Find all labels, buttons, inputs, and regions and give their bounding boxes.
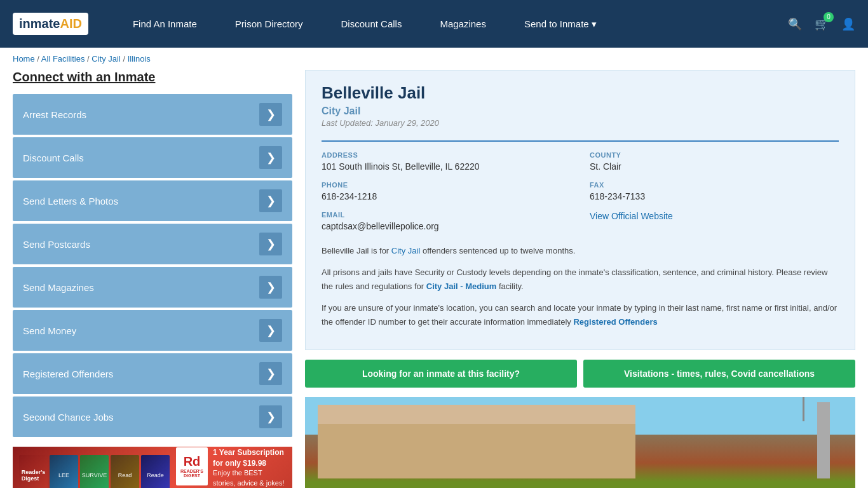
facility-image: [305, 397, 855, 488]
breadcrumb-illinois[interactable]: Illinois: [128, 54, 151, 64]
website-block: View Official Website: [590, 211, 839, 231]
sidebar: Connect with an Inmate Arrest Records ❯ …: [13, 70, 292, 488]
cart-icon[interactable]: 🛒 0: [815, 17, 829, 31]
user-icon[interactable]: 👤: [841, 17, 855, 31]
city-jail-medium-link[interactable]: City Jail - Medium: [426, 281, 497, 291]
arrow-icon: ❯: [259, 405, 282, 428]
fax-block: FAX 618-234-7133: [590, 181, 839, 201]
sidebar-item-discount-calls[interactable]: Discount Calls ❯: [13, 137, 292, 178]
arrow-icon: ❯: [259, 189, 282, 212]
email-block: EMAIL captdsax@bellevillepolice.org: [322, 211, 571, 231]
sidebar-menu: Arrest Records ❯ Discount Calls ❯ Send L…: [13, 94, 292, 437]
ad-covers: Reader'sDigest LEE SURVIVE Read Reade: [19, 455, 170, 489]
logo-area: inmateAID: [13, 13, 88, 35]
content-panel: Belleville Jail City Jail Last Updated: …: [305, 70, 855, 488]
nav-right: 🔍 🛒 0 👤: [788, 17, 855, 31]
facility-name: Belleville Jail: [322, 83, 839, 103]
county-block: COUNTY St. Clair: [590, 151, 839, 172]
desc-para-1: Belleville Jail is for City Jail offende…: [322, 244, 839, 258]
nav-discount-calls[interactable]: Discount Calls: [322, 0, 421, 48]
info-grid: ADDRESS 101 South Illinois St, Bellevill…: [322, 140, 839, 231]
arrow-icon: ❯: [259, 319, 282, 342]
nav-find-inmate[interactable]: Find An Inmate: [114, 0, 216, 48]
breadcrumb-city-jail[interactable]: City Jail: [92, 54, 121, 64]
breadcrumb: Home / All Facilities / City Jail / Illi…: [0, 48, 868, 70]
find-inmate-button[interactable]: Looking for an inmate at this facility?: [305, 360, 577, 388]
facility-card: Belleville Jail City Jail Last Updated: …: [305, 70, 855, 350]
nav-magazines[interactable]: Magazines: [421, 0, 505, 48]
flag-pole: [803, 397, 804, 421]
tower: [817, 402, 830, 478]
logo-text: inmateAID: [19, 17, 82, 31]
city-jail-link-1[interactable]: City Jail: [391, 246, 421, 255]
action-buttons: Looking for an inmate at this facility? …: [305, 360, 855, 388]
ad-content: Rd READER'SDIGEST 1 Year Subscription fo…: [176, 447, 286, 488]
sidebar-item-send-magazines[interactable]: Send Magazines ❯: [13, 267, 292, 308]
building-shape: [318, 421, 635, 478]
sidebar-item-arrest-records[interactable]: Arrest Records ❯: [13, 94, 292, 135]
sidebar-title: Connect with an Inmate: [13, 70, 292, 85]
arrow-icon: ❯: [259, 103, 282, 126]
site-header: inmateAID Find An Inmate Prison Director…: [0, 0, 868, 48]
sidebar-item-send-money[interactable]: Send Money ❯: [13, 310, 292, 351]
description: Belleville Jail is for City Jail offende…: [322, 244, 839, 329]
facility-updated: Last Updated: January 29, 2020: [322, 118, 839, 128]
desc-para-3: If you are unsure of your inmate's locat…: [322, 301, 839, 329]
facility-type: City Jail: [322, 105, 839, 117]
search-icon[interactable]: 🔍: [788, 17, 802, 31]
cart-badge: 0: [824, 12, 834, 22]
logo[interactable]: inmateAID: [13, 13, 88, 35]
breadcrumb-all-facilities[interactable]: All Facilities: [41, 54, 85, 64]
main-nav: Find An Inmate Prison Directory Discount…: [114, 0, 788, 48]
sidebar-item-send-postcards[interactable]: Send Postcards ❯: [13, 224, 292, 264]
address-block: ADDRESS 101 South Illinois St, Bellevill…: [322, 151, 571, 172]
arrow-icon: ❯: [259, 362, 282, 385]
nav-send-to-inmate[interactable]: Send to Inmate ▾: [505, 0, 616, 48]
arrow-icon: ❯: [259, 146, 282, 169]
visitations-button[interactable]: Visitations - times, rules, Covid cancel…: [583, 360, 855, 388]
breadcrumb-home[interactable]: Home: [13, 54, 35, 64]
nav-prison-directory[interactable]: Prison Directory: [216, 0, 322, 48]
registered-offenders-link[interactable]: Registered Offenders: [573, 317, 657, 327]
official-website-link[interactable]: View Official Website: [590, 211, 673, 221]
sidebar-item-registered-offenders[interactable]: Registered Offenders ❯: [13, 353, 292, 394]
phone-block: PHONE 618-234-1218: [322, 181, 571, 201]
sidebar-item-send-letters[interactable]: Send Letters & Photos ❯: [13, 180, 292, 221]
main-content: Connect with an Inmate Arrest Records ❯ …: [0, 70, 868, 488]
arrow-icon: ❯: [259, 233, 282, 255]
desc-para-2: All prisons and jails have Security or C…: [322, 266, 839, 294]
ad-banner[interactable]: Reader'sDigest LEE SURVIVE Read Reade Rd…: [13, 447, 292, 488]
sidebar-item-second-chance-jobs[interactable]: Second Chance Jobs ❯: [13, 396, 292, 437]
arrow-icon: ❯: [259, 276, 282, 299]
